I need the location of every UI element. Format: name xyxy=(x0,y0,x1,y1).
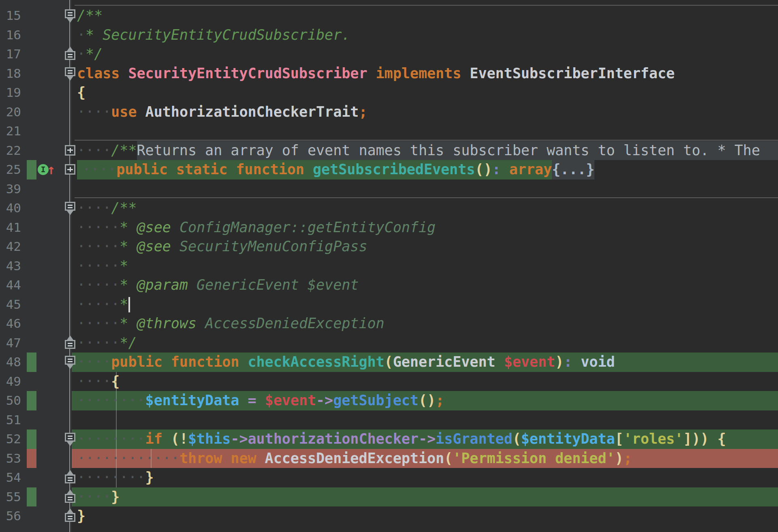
line-number[interactable]: 18 xyxy=(0,64,21,83)
fold-marker-start[interactable] xyxy=(65,9,75,18)
line-number[interactable]: 53 xyxy=(0,449,21,468)
line-number[interactable]: 43 xyxy=(0,256,21,276)
code-line[interactable]: 22····/**Returns an array of event names… xyxy=(0,141,778,160)
line-number[interactable]: 54 xyxy=(0,468,21,487)
line-number[interactable]: 16 xyxy=(0,26,21,45)
line-number[interactable]: 56 xyxy=(0,506,21,526)
code-line[interactable]: 54········} xyxy=(0,468,778,487)
code-line[interactable]: 46·····* @throws AccessDeniedException xyxy=(0,314,778,333)
code-line[interactable]: 50········$entityData = $event->getSubje… xyxy=(0,391,778,410)
code-line[interactable]: 47·····*/ xyxy=(0,333,778,353)
code-line[interactable]: 45·····* xyxy=(0,295,778,314)
override-arrow-icon[interactable]: ↑ xyxy=(47,160,55,179)
code-text[interactable]: ········if (!$this->authorizationChecker… xyxy=(72,429,778,449)
code-line[interactable]: 19{ xyxy=(0,83,778,103)
code-line[interactable]: 44·····* @param GenericEvent $event xyxy=(0,276,778,295)
code-line[interactable]: 16·* SecurityEntityCrudSubscriber. xyxy=(0,26,778,45)
code-text[interactable]: ····use AuthorizationCheckerTrait; xyxy=(72,103,778,122)
code-line[interactable]: 18class SecurityEntityCrudSubscriber imp… xyxy=(0,64,778,83)
code-text[interactable]: ············throw new AccessDeniedExcept… xyxy=(72,449,778,468)
code-line[interactable]: 40····/** xyxy=(0,199,778,218)
code-text[interactable]: } xyxy=(72,506,778,526)
line-number[interactable]: 55 xyxy=(0,487,21,507)
line-number[interactable]: 17 xyxy=(0,45,21,64)
code-text[interactable]: ·····* @param GenericEvent $event xyxy=(72,276,778,295)
line-number[interactable]: 20 xyxy=(0,103,21,122)
code-text[interactable]: ·*/ xyxy=(72,45,778,64)
code-line[interactable]: 56} xyxy=(0,506,778,526)
line-number[interactable]: 42 xyxy=(0,237,21,256)
code-line[interactable]: 42·····* @see SecurityMenuConfigPass xyxy=(0,237,778,256)
vcs-change-bar[interactable] xyxy=(27,449,36,468)
code-text[interactable]: ·····* xyxy=(72,256,778,276)
fold-marker-start[interactable] xyxy=(65,202,75,211)
code-text[interactable]: ····{ xyxy=(72,372,778,391)
line-number[interactable]: 46 xyxy=(0,314,21,333)
fold-marker-start[interactable] xyxy=(65,67,75,76)
line-number[interactable]: 15 xyxy=(0,6,21,26)
code-line[interactable]: 43·····* xyxy=(0,256,778,276)
code-text[interactable]: { xyxy=(72,83,778,103)
code-text[interactable]: /** xyxy=(72,6,778,26)
line-number[interactable]: 45 xyxy=(0,295,21,314)
code-text[interactable]: ·* SecurityEntityCrudSubscriber. xyxy=(72,26,778,45)
vcs-change-bar[interactable] xyxy=(27,160,36,179)
line-number[interactable]: 19 xyxy=(0,83,21,103)
code-text[interactable]: ·····*/ xyxy=(72,333,778,353)
code-text[interactable]: ····/**Returns an array of event names t… xyxy=(72,141,778,160)
line-number[interactable]: 51 xyxy=(0,410,21,430)
code-line[interactable]: 17·*/ xyxy=(0,45,778,64)
code-line[interactable]: 53············throw new AccessDeniedExce… xyxy=(0,449,778,468)
fold-marker-end[interactable] xyxy=(65,51,75,60)
code-text[interactable]: ····public static function getSubscribed… xyxy=(72,160,778,179)
code-text[interactable]: class SecurityEntityCrudSubscriber imple… xyxy=(72,64,778,83)
fold-marker-start[interactable] xyxy=(65,433,75,442)
code-text[interactable]: ·····* xyxy=(72,295,778,314)
line-number[interactable]: 44 xyxy=(0,276,21,295)
vcs-change-bar[interactable] xyxy=(27,391,36,410)
fold-marker-end[interactable] xyxy=(65,474,75,483)
fold-marker-end[interactable] xyxy=(65,340,75,349)
code-text[interactable]: ·····* @see ConfigManager::getEntityConf… xyxy=(72,218,778,237)
code-text[interactable]: ····public function checkAccessRight(Gen… xyxy=(72,353,778,372)
line-number[interactable]: 41 xyxy=(0,218,21,237)
code-line[interactable]: 48····public function checkAccessRight(G… xyxy=(0,353,778,372)
line-number[interactable]: 52 xyxy=(0,429,21,449)
line-number[interactable]: 22 xyxy=(0,141,21,160)
code-text[interactable]: ····} xyxy=(72,487,778,507)
line-number[interactable]: 50 xyxy=(0,391,21,410)
code-text[interactable]: ········} xyxy=(72,468,778,487)
fold-marker-plus[interactable] xyxy=(65,145,75,156)
code-line[interactable]: 41·····* @see ConfigManager::getEntityCo… xyxy=(0,218,778,237)
vcs-change-bar[interactable] xyxy=(27,353,36,372)
line-number[interactable]: 21 xyxy=(0,122,21,141)
code-line[interactable]: 51 xyxy=(0,410,778,430)
code-token xyxy=(77,160,82,179)
line-number[interactable]: 49 xyxy=(0,372,21,391)
code-line[interactable]: 25I↑····public static function getSubscr… xyxy=(0,160,778,179)
line-number[interactable]: 47 xyxy=(0,333,21,353)
fold-marker-end[interactable] xyxy=(65,494,75,503)
code-line[interactable]: 21 xyxy=(0,122,778,141)
fold-marker-plus[interactable] xyxy=(65,164,75,175)
code-line[interactable]: 39 xyxy=(0,179,778,199)
line-number[interactable]: 48 xyxy=(0,353,21,372)
vcs-change-bar[interactable] xyxy=(27,429,36,449)
line-number[interactable]: 39 xyxy=(0,179,21,199)
fold-marker-end[interactable] xyxy=(65,513,75,522)
line-number[interactable]: 40 xyxy=(0,199,21,218)
code-text[interactable]: ····/** xyxy=(72,199,778,218)
code-editor[interactable]: 15/**16·* SecurityEntityCrudSubscriber.1… xyxy=(0,0,778,532)
code-line[interactable]: 49····{ xyxy=(0,372,778,391)
code-token: ···· xyxy=(82,160,116,179)
code-text[interactable]: ·····* @throws AccessDeniedException xyxy=(72,314,778,333)
code-text[interactable]: ········$entityData = $event->getSubject… xyxy=(72,391,778,410)
code-line[interactable]: 15/** xyxy=(0,6,778,26)
code-line[interactable]: 52········if (!$this->authorizationCheck… xyxy=(0,429,778,449)
fold-marker-start[interactable] xyxy=(65,356,75,365)
code-line[interactable]: 55····} xyxy=(0,487,778,507)
code-text[interactable]: ·····* @see SecurityMenuConfigPass xyxy=(72,237,778,256)
line-number[interactable]: 25 xyxy=(0,160,21,179)
code-line[interactable]: 20····use AuthorizationCheckerTrait; xyxy=(0,103,778,122)
vcs-change-bar[interactable] xyxy=(27,487,36,507)
